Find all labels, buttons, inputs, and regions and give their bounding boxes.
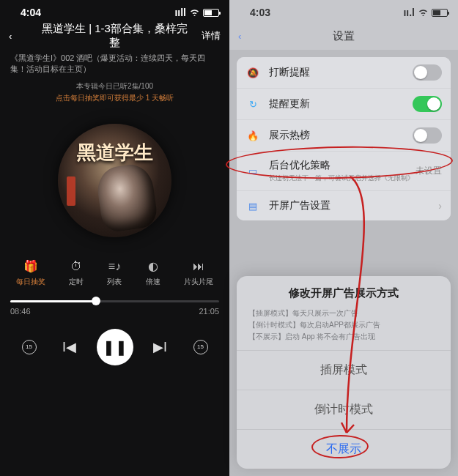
timer-label: 定时: [69, 277, 84, 287]
row-interrupt-remind: 🔕打断提醒: [237, 57, 451, 89]
back-button[interactable]: ‹: [238, 31, 267, 42]
label-hot-list: 展示热榜: [269, 129, 413, 142]
skip-intro-icon: ⏭: [191, 259, 206, 274]
rewind-icon: 15: [22, 340, 37, 354]
album-tip[interactable]: 点击每日抽奖即可获得最少 1 天畅听: [0, 93, 229, 103]
sheet-hint-line: 【倒计时模式】每次启动APP都展示广告: [248, 319, 439, 331]
label-update-remind: 提醒更新: [269, 97, 413, 111]
sheet-hint-line: 【不展示】启动 App 将不会有广告出现: [248, 331, 439, 343]
player-screen: 4:04 ııll ‹ 黑道学生 | 1-3部合集，桑梓完整 详情 《黑道学生I…: [0, 0, 229, 476]
album-art[interactable]: 黑道学生: [58, 124, 171, 237]
value-bg-policy: 未设置: [415, 165, 442, 177]
opt-none[interactable]: 不展示: [237, 429, 451, 469]
opt-interstitial[interactable]: 插屏模式: [237, 350, 451, 390]
label-interrupt-remind: 打断提醒: [269, 66, 413, 79]
splash-ad-icon: ▤: [245, 198, 260, 213]
opt-countdown[interactable]: 倒计时模式: [237, 390, 451, 429]
hot-list-icon: 🔥: [245, 128, 260, 143]
sheet-header: 修改开屏广告展示方式: [237, 276, 451, 308]
sub-bg-policy: 长连初无法下一篇，可尝试开启并选择《无限制》: [269, 174, 415, 183]
time-current: 08:46: [10, 307, 31, 316]
battery-icon: [432, 9, 448, 17]
signal-icon: ııll: [174, 7, 186, 18]
album-art-fist: [95, 162, 159, 234]
status-icons: ıı.l: [403, 7, 448, 18]
ctrl-timer[interactable]: ⏱定时: [69, 259, 84, 287]
ctrl-daily-draw[interactable]: 🎁每日抽奖: [16, 259, 45, 287]
forward-icon: 15: [193, 340, 208, 354]
row-update-remind: ↻提醒更新: [237, 89, 451, 120]
toggle-hot-list[interactable]: [413, 127, 442, 144]
detail-button[interactable]: 详情: [191, 29, 221, 42]
row-hot-list: 🔥展示热榜: [237, 120, 451, 152]
toggle-interrupt-remind[interactable]: [413, 64, 442, 81]
signal-icon: ıı.l: [403, 7, 415, 18]
progress-thumb[interactable]: [92, 297, 100, 305]
toggle-update-remind[interactable]: [413, 96, 442, 112]
settings-nav: ‹ 设置: [229, 21, 458, 51]
speed-icon: ◐: [146, 259, 160, 274]
player-nav: ‹ 黑道学生 | 1-3部合集，桑梓完整 详情: [0, 21, 229, 51]
next-track-button[interactable]: ▶I: [147, 334, 174, 360]
status-icons: ııll: [174, 7, 219, 18]
update-remind-icon: ↻: [245, 97, 260, 111]
daily-draw-icon: 🎁: [23, 259, 38, 274]
playlist-icon: ≡♪: [107, 259, 122, 274]
prev-track-button[interactable]: I◀: [56, 334, 83, 360]
interrupt-remind-icon: 🔕: [245, 65, 260, 80]
settings-group: 🔕打断提醒↻提醒更新🔥展示热榜▭后台优化策略长连初无法下一篇，可尝试开启并选择《…: [237, 57, 451, 220]
status-bar: 4:04 ııll: [0, 0, 229, 21]
bg-policy-icon: ▭: [245, 164, 260, 179]
episode-description: 《黑道学生I》002 酒吧（爆更活动：连续四天，每天四集！活动目标在主页）: [0, 51, 229, 77]
ctrl-skip-intro[interactable]: ⏭片头片尾: [184, 259, 213, 287]
sheet-title: 修改开屏广告展示方式: [245, 286, 442, 300]
sheet-hint-line: 【插屏模式】每天只展示一次广告: [248, 308, 439, 319]
time-labels: 08:46 21:05: [10, 307, 219, 316]
status-bar: 4:03 ıı.l: [229, 0, 458, 21]
speed-label: 倍速: [146, 277, 160, 287]
progress-bar[interactable]: [10, 300, 219, 302]
rewind-15-button[interactable]: 15: [16, 334, 43, 360]
status-time: 4:04: [21, 7, 41, 18]
wifi-icon: [189, 7, 200, 18]
playback-controls: 15 I◀ ❚❚ ▶I 15: [9, 329, 221, 365]
control-row: 🎁每日抽奖⏱定时≡♪列表◐倍速⏭片头片尾: [4, 259, 225, 287]
settings-screen: 4:03 ıı.l ‹ 设置 🔕打断提醒↻提醒更新🔥展示热榜▭后台优化策略长连初…: [229, 0, 458, 476]
wifi-icon: [418, 7, 429, 18]
daily-draw-label: 每日抽奖: [16, 277, 45, 287]
player-title: 黑道学生 | 1-3部合集，桑梓完整: [38, 22, 191, 50]
label-bg-policy: 后台优化策略: [269, 159, 415, 172]
chevron-right-icon: ›: [438, 200, 442, 212]
status-time: 4:03: [250, 7, 270, 18]
ctrl-playlist[interactable]: ≡♪列表: [107, 259, 122, 287]
row-splash-ad[interactable]: ▤开屏广告设置›: [237, 191, 451, 220]
time-total: 21:05: [199, 307, 219, 316]
settings-title: 设置: [267, 29, 420, 43]
forward-15-button[interactable]: 15: [188, 334, 214, 360]
action-sheet: 修改开屏广告展示方式 【插屏模式】每天只展示一次广告【倒计时模式】每次启动APP…: [237, 276, 451, 469]
album-art-title: 黑道学生: [58, 140, 171, 166]
label-splash-ad: 开屏广告设置: [269, 199, 434, 212]
timer-icon: ⏱: [69, 259, 84, 274]
album-art-seal: [67, 176, 75, 206]
playlist-label: 列表: [107, 277, 122, 287]
album-today-count: 本专辑今日已听2集/100: [0, 81, 229, 92]
progress-fill: [10, 300, 96, 302]
row-bg-policy[interactable]: ▭后台优化策略长连初无法下一篇，可尝试开启并选择《无限制》未设置: [237, 152, 451, 191]
sheet-hints: 【插屏模式】每天只展示一次广告【倒计时模式】每次启动APP都展示广告【不展示】启…: [237, 308, 451, 350]
skip-intro-label: 片头片尾: [184, 277, 213, 287]
battery-icon: [203, 9, 219, 17]
play-pause-button[interactable]: ❚❚: [97, 329, 133, 365]
ctrl-speed[interactable]: ◐倍速: [146, 259, 160, 287]
back-button[interactable]: ‹: [9, 31, 38, 42]
